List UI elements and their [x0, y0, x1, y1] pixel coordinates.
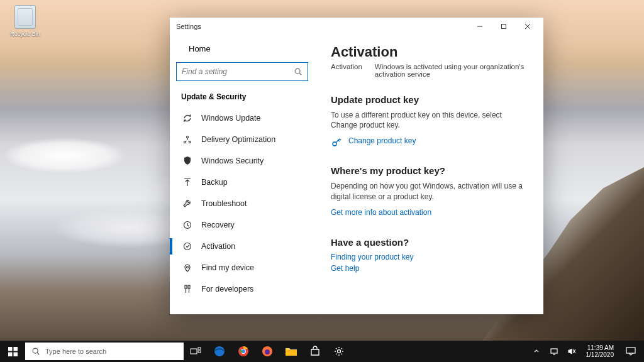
clock-time: 11:39 AM	[586, 344, 614, 352]
start-button[interactable]	[0, 341, 25, 362]
nav-label: Backup	[201, 178, 228, 187]
backup-icon	[182, 177, 192, 187]
recycle-bin-label: Recycle Bin	[6, 31, 44, 37]
svg-point-6	[187, 136, 189, 138]
section-text: Depending on how you got Windows, activa…	[331, 181, 527, 201]
wheres-my-key-section: Where's my product key? Depending on how…	[331, 165, 527, 219]
svg-point-31	[338, 350, 341, 353]
svg-rect-23	[198, 351, 201, 353]
delivery-icon	[182, 134, 192, 145]
task-view-button[interactable]	[184, 341, 208, 362]
search-icon	[294, 67, 303, 76]
nav-label: Activation	[201, 242, 235, 251]
settings-taskbar-icon[interactable]	[327, 341, 351, 362]
nav-activation[interactable]: Activation	[176, 236, 316, 257]
maximize-button[interactable]	[492, 18, 516, 35]
settings-window: Settings Home Update & Security Windows …	[170, 18, 543, 314]
svg-point-29	[265, 349, 270, 354]
content-pane: Activation Activation Windows is activat…	[316, 35, 543, 314]
svg-line-20	[37, 353, 39, 354]
nav-windows-update[interactable]: Windows Update	[176, 107, 316, 129]
key-icon	[331, 136, 342, 148]
troubleshoot-icon	[182, 199, 192, 209]
svg-point-24	[214, 346, 225, 356]
more-info-link[interactable]: Get more info about activation	[331, 208, 431, 217]
home-nav[interactable]: Home	[176, 39, 316, 58]
svg-rect-12	[185, 285, 187, 288]
svg-line-5	[299, 73, 301, 75]
get-help-link[interactable]: Get help	[331, 264, 359, 273]
titlebar[interactable]: Settings	[170, 18, 543, 35]
nav-label: Delivery Optimization	[201, 135, 275, 144]
nav-label: Recovery	[201, 221, 235, 229]
edge-icon[interactable]	[208, 341, 231, 362]
nav-label: Troubleshoot	[201, 199, 247, 208]
nav-label: For developers	[201, 285, 253, 293]
chrome-icon[interactable]	[231, 341, 255, 362]
nav-delivery-optimization[interactable]: Delivery Optimization	[176, 129, 316, 150]
nav-find-my-device[interactable]: Find my device	[176, 257, 316, 278]
activation-status-value: Windows is activated using your organiza…	[375, 63, 527, 78]
section-title: Where's my product key?	[331, 165, 527, 176]
firefox-icon[interactable]	[255, 341, 279, 362]
change-product-key-link[interactable]: Change product key	[348, 136, 416, 145]
svg-point-4	[295, 69, 300, 74]
clock-date: 1/12/2020	[586, 351, 614, 359]
svg-point-11	[187, 266, 189, 268]
nav-backup[interactable]: Backup	[176, 172, 316, 193]
page-heading: Activation	[331, 44, 527, 60]
search-box[interactable]	[176, 62, 308, 81]
svg-rect-22	[198, 348, 201, 349]
location-icon	[182, 263, 192, 273]
minimize-button[interactable]	[468, 18, 492, 35]
update-product-key-section: Update product key To use a different pr…	[331, 94, 527, 148]
svg-point-19	[33, 348, 38, 353]
sidebar: Home Update & Security Windows Update De…	[170, 35, 316, 314]
activation-status-key: Activation	[331, 63, 362, 78]
developers-icon	[182, 284, 192, 294]
network-icon[interactable]	[547, 347, 561, 356]
svg-rect-13	[188, 285, 190, 288]
nav-label: Windows Security	[201, 156, 264, 165]
recycle-bin-icon	[14, 5, 36, 29]
action-center-icon[interactable]	[621, 347, 640, 356]
svg-rect-18	[13, 352, 18, 356]
nav-for-developers[interactable]: For developers	[176, 278, 316, 300]
search-input[interactable]	[182, 67, 294, 76]
nav-group-title: Update & Security	[176, 90, 316, 107]
svg-rect-30	[286, 350, 297, 356]
shield-icon	[182, 156, 192, 166]
svg-rect-21	[191, 349, 197, 354]
section-text: To use a different product key on this d…	[331, 110, 527, 130]
recycle-bin[interactable]: Recycle Bin	[6, 5, 44, 37]
svg-rect-16	[13, 347, 18, 351]
have-a-question-section: Have a question? Finding your product ke…	[331, 237, 527, 275]
recovery-icon	[182, 220, 192, 230]
svg-rect-1	[502, 25, 506, 29]
finding-product-key-link[interactable]: Finding your product key	[331, 253, 413, 261]
system-tray: 11:39 AM 1/12/2020	[530, 341, 645, 362]
tray-overflow-icon[interactable]	[530, 348, 543, 354]
nav-label: Find my device	[201, 263, 254, 272]
section-title: Have a question?	[331, 237, 527, 248]
nav-label: Windows Update	[201, 114, 261, 123]
section-title: Update product key	[331, 94, 527, 105]
clock[interactable]: 11:39 AM 1/12/2020	[582, 344, 618, 359]
sync-icon	[182, 113, 192, 123]
taskbar: Type here to search 11:39 AM 1/12/2020	[0, 341, 644, 362]
close-button[interactable]	[516, 18, 540, 35]
nav-recovery[interactable]: Recovery	[176, 214, 316, 236]
taskbar-search[interactable]: Type here to search	[25, 343, 184, 360]
file-explorer-icon[interactable]	[279, 341, 303, 362]
taskbar-search-placeholder: Type here to search	[45, 348, 106, 355]
nav-windows-security[interactable]: Windows Security	[176, 150, 316, 172]
nav-troubleshoot[interactable]: Troubleshoot	[176, 193, 316, 214]
window-title: Settings	[176, 23, 201, 30]
store-icon[interactable]	[303, 341, 327, 362]
svg-point-10	[184, 243, 191, 250]
svg-rect-32	[551, 349, 557, 353]
svg-rect-15	[8, 347, 13, 351]
svg-rect-35	[626, 348, 635, 353]
activation-icon	[182, 241, 192, 251]
volume-icon[interactable]	[565, 347, 579, 356]
